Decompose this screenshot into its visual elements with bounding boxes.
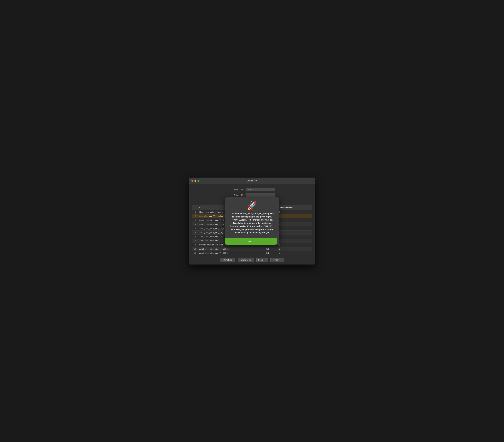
modal-ok-button[interactable]: OK: [225, 238, 277, 245]
modal-overlay: 🚀 The data file 208_mice_atria_TH_tracin…: [189, 178, 315, 264]
modal-message: The data file 208_mice_atria_TH_tracing.…: [230, 212, 274, 234]
main-window: Search tool Search file: Dataset ID: Sea…: [189, 178, 315, 264]
modal-dialog: 🚀 The data file 208_mice_atria_TH_tracin…: [225, 197, 279, 245]
modal-icon: 🚀: [247, 202, 257, 210]
